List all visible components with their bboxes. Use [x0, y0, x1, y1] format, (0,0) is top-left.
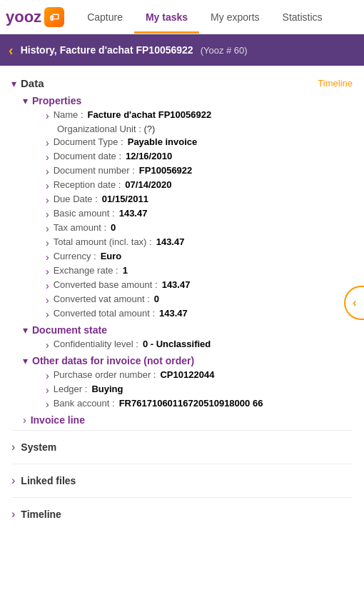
prop-reception-date-label: Reception date : — [54, 179, 121, 190]
prop-exchange-rate-value: 1 — [123, 265, 128, 276]
invoice-line-chevron: › — [23, 414, 26, 426]
prop-basic-amount: › Basic amount : 143.47 — [46, 208, 353, 220]
prop-ledger-value: Buying — [91, 384, 123, 394]
prop-exchange-rate: › Exchange rate : 1 — [46, 265, 353, 277]
nav-my-tasks[interactable]: My tasks — [134, 0, 199, 34]
prop-bank-account-value: FR76171060116720510918000 66 — [119, 398, 263, 409]
prop-due-date-chevron: › — [46, 194, 49, 206]
prop-basic-amount-value: 143.47 — [119, 208, 148, 219]
prop-tax-amount-chevron: › — [46, 223, 49, 234]
prop-conv-vat-label: Converted vat amount : — [54, 294, 150, 304]
prop-confidentiality-label: Confidentiality level : — [54, 339, 138, 349]
prop-conv-total: › Converted total amount : 143.47 — [46, 308, 353, 320]
properties-subsection: ▾ Properties › Name : Facture d'achat FP… — [23, 95, 353, 320]
prop-basic-amount-label: Basic amount : — [54, 208, 115, 219]
prop-due-date: › Due Date : 01/15/2011 — [46, 194, 353, 206]
other-datas-label: Other datas for invoice (not order) — [32, 355, 194, 366]
prop-doc-type-label: Document Type : — [54, 136, 123, 147]
prop-total-amount-value: 143.47 — [156, 236, 185, 247]
prop-conv-vat: › Converted vat amount : 0 — [46, 294, 353, 306]
prop-po-number-label: Purchase order number : — [54, 369, 156, 380]
data-section-header[interactable]: ▾ Data Timeline — [11, 77, 353, 89]
doc-state-chevron: ▾ — [23, 324, 28, 336]
prop-doc-type: › Document Type : Payable invoice — [46, 136, 353, 149]
prop-bank-account-label: Bank account : — [54, 398, 115, 409]
prop-doc-number-value: FP10056922 — [139, 165, 192, 176]
prop-basic-amount-chevron: › — [46, 209, 49, 220]
system-label: System — [21, 441, 56, 453]
prop-org-unit: Organizational Unit : (?) — [57, 124, 353, 134]
prop-doc-type-value: Payable invoice — [128, 136, 198, 147]
prop-total-amount-chevron: › — [46, 237, 49, 249]
timeline-section[interactable]: › Timeline — [11, 502, 353, 526]
timeline-link[interactable]: Timeline — [318, 78, 353, 89]
data-section-label: Data — [21, 77, 44, 89]
nav-capture[interactable]: Capture — [76, 0, 134, 34]
prop-exchange-rate-label: Exchange rate : — [54, 265, 118, 276]
properties-header[interactable]: ▾ Properties — [23, 95, 353, 106]
prop-name-label: Name : — [54, 109, 84, 120]
prop-ledger: › Ledger : Buying — [46, 384, 353, 396]
nav-my-exports[interactable]: My exports — [199, 0, 271, 34]
prop-total-amount: › Total amount (incl. tax) : 143.47 — [46, 236, 353, 249]
invoice-line-header[interactable]: › Invoice line — [23, 414, 353, 426]
back-button[interactable]: ‹ — [9, 42, 14, 59]
content-area: ▾ Data Timeline ▾ Properties › Name : Fa… — [0, 66, 364, 538]
divider-3 — [11, 497, 353, 498]
prop-org-value: (?) — [143, 124, 155, 134]
prop-conv-base-value: 143.47 — [162, 279, 191, 290]
prop-org-label: Organizational Unit : — [57, 124, 143, 134]
timeline-section-chevron: › — [11, 508, 15, 521]
invoice-line-label: Invoice line — [31, 414, 85, 426]
doc-state-subsection: ▾ Document state › Confidentiality level… — [23, 324, 353, 351]
prop-conv-total-label: Converted total amount : — [54, 308, 155, 319]
divider-2 — [11, 464, 353, 464]
nav-statistics[interactable]: Statistics — [271, 0, 334, 34]
prop-po-number: › Purchase order number : CP10122044 — [46, 369, 353, 381]
prop-name: › Name : Facture d'achat FP10056922 — [46, 109, 353, 121]
header-bar: ‹ History, Facture d'achat FP10056922 (Y… — [0, 34, 364, 66]
system-chevron: › — [11, 441, 15, 454]
prop-doc-type-chevron: › — [46, 137, 49, 149]
invoice-line-subsection: › Invoice line — [23, 414, 353, 426]
prop-name-value: Facture d'achat FP10056922 — [88, 109, 212, 120]
other-datas-header[interactable]: ▾ Other datas for invoice (not order) — [23, 355, 353, 366]
prop-currency: › Currency : Euro — [46, 251, 353, 263]
prop-doc-date-chevron: › — [46, 151, 49, 163]
prop-doc-date-label: Document date : — [54, 151, 121, 161]
prop-tax-amount-label: Tax amount : — [54, 222, 106, 233]
prop-conv-base-label: Converted base amount : — [54, 279, 158, 290]
properties-chevron: ▾ — [23, 95, 28, 106]
linked-files-chevron: › — [11, 474, 15, 487]
prop-conv-base-chevron: › — [46, 280, 49, 291]
prop-conv-total-value: 143.47 — [159, 308, 188, 319]
page-title: History, Facture d'achat FP10056922 — [21, 44, 193, 56]
prop-doc-date: › Document date : 12/16/2010 — [46, 151, 353, 163]
prop-confidentiality: › Confidentiality level : 0 - Unclassifi… — [46, 339, 353, 351]
logo-icon: 🏷 — [44, 7, 64, 27]
prop-currency-chevron: › — [46, 251, 49, 263]
logo-text: yooz — [6, 8, 41, 26]
prop-conv-vat-chevron: › — [46, 294, 49, 306]
properties-label: Properties — [32, 95, 81, 106]
prop-conv-vat-value: 0 — [154, 294, 159, 304]
prop-confidentiality-chevron: › — [46, 339, 49, 351]
prop-conv-base: › Converted base amount : 143.47 — [46, 279, 353, 291]
doc-state-header[interactable]: ▾ Document state — [23, 324, 353, 336]
other-datas-subsection: ▾ Other datas for invoice (not order) › … — [23, 355, 353, 410]
prop-tax-amount-value: 0 — [111, 222, 116, 233]
prop-bank-account-chevron: › — [46, 399, 49, 410]
prop-due-date-label: Due Date : — [54, 194, 98, 204]
data-chevron-down: ▾ — [11, 78, 16, 89]
system-section[interactable]: › System — [11, 435, 353, 459]
prop-ledger-label: Ledger : — [54, 384, 88, 394]
prop-po-number-chevron: › — [46, 370, 49, 381]
prop-reception-date: › Reception date : 07/14/2020 — [46, 179, 353, 191]
linked-files-section[interactable]: › Linked files — [11, 469, 353, 493]
prop-doc-number: › Document number : FP10056922 — [46, 165, 353, 177]
prop-name-chevron: › — [46, 110, 49, 121]
top-navigation: yooz 🏷 Capture My tasks My exports Stati… — [0, 0, 364, 34]
prop-bank-account: › Bank account : FR761710601167205109180… — [46, 398, 353, 410]
prop-doc-date-value: 12/16/2010 — [126, 151, 172, 161]
linked-files-label: Linked files — [21, 475, 76, 486]
